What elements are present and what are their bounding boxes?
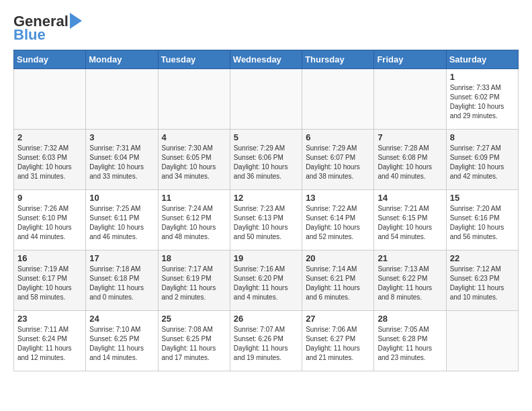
day-info: Sunrise: 7:23 AM Sunset: 6:13 PM Dayligh… [234, 204, 298, 242]
logo: General Blue [13, 13, 82, 43]
day-cell: 13Sunrise: 7:22 AM Sunset: 6:14 PM Dayli… [302, 190, 374, 250]
day-number: 3 [89, 132, 154, 142]
day-number: 28 [378, 314, 442, 324]
day-info: Sunrise: 7:30 AM Sunset: 6:05 PM Dayligh… [162, 144, 226, 181]
day-number: 4 [162, 132, 226, 142]
day-number: 10 [89, 193, 154, 203]
day-number: 11 [162, 193, 226, 203]
day-info: Sunrise: 7:32 AM Sunset: 6:03 PM Dayligh… [17, 144, 82, 181]
week-row-2: 9Sunrise: 7:26 AM Sunset: 6:10 PM Daylig… [14, 190, 519, 250]
day-cell: 3Sunrise: 7:31 AM Sunset: 6:04 PM Daylig… [86, 130, 158, 190]
week-row-4: 23Sunrise: 7:11 AM Sunset: 6:24 PM Dayli… [14, 311, 519, 371]
header-cell-monday: Monday [86, 50, 158, 69]
day-number: 17 [89, 253, 154, 263]
day-number: 26 [234, 314, 298, 324]
header-cell-saturday: Saturday [446, 50, 518, 69]
day-number: 13 [306, 193, 370, 203]
day-info: Sunrise: 7:21 AM Sunset: 6:15 PM Dayligh… [378, 204, 442, 242]
day-cell: 24Sunrise: 7:10 AM Sunset: 6:25 PM Dayli… [86, 311, 158, 371]
day-info: Sunrise: 7:06 AM Sunset: 6:27 PM Dayligh… [306, 325, 370, 363]
header-cell-tuesday: Tuesday [158, 50, 230, 69]
day-info: Sunrise: 7:11 AM Sunset: 6:24 PM Dayligh… [17, 325, 82, 363]
day-number: 12 [234, 193, 298, 203]
day-info: Sunrise: 7:27 AM Sunset: 6:09 PM Dayligh… [450, 144, 515, 181]
header-cell-friday: Friday [374, 50, 446, 69]
day-cell: 8Sunrise: 7:27 AM Sunset: 6:09 PM Daylig… [446, 130, 518, 190]
day-info: Sunrise: 7:29 AM Sunset: 6:06 PM Dayligh… [234, 144, 298, 181]
day-number: 22 [450, 253, 515, 263]
logo-text2: Blue [13, 27, 46, 43]
day-number: 24 [89, 314, 154, 324]
day-number: 15 [450, 193, 515, 203]
day-number: 6 [306, 132, 370, 142]
day-number: 14 [378, 193, 442, 203]
week-row-1: 2Sunrise: 7:32 AM Sunset: 6:03 PM Daylig… [14, 130, 519, 190]
calendar-body: 1Sunrise: 7:33 AM Sunset: 6:02 PM Daylig… [14, 69, 519, 371]
day-number: 25 [162, 314, 226, 324]
day-number: 18 [162, 253, 226, 263]
header-cell-sunday: Sunday [14, 50, 86, 69]
week-row-3: 16Sunrise: 7:19 AM Sunset: 6:17 PM Dayli… [14, 250, 519, 311]
day-info: Sunrise: 7:19 AM Sunset: 6:17 PM Dayligh… [17, 265, 82, 302]
day-cell [230, 69, 302, 130]
day-cell [86, 69, 158, 130]
day-info: Sunrise: 7:10 AM Sunset: 6:25 PM Dayligh… [89, 325, 154, 363]
logo-arrow-icon [70, 13, 82, 29]
day-info: Sunrise: 7:25 AM Sunset: 6:11 PM Dayligh… [89, 204, 154, 242]
day-info: Sunrise: 7:18 AM Sunset: 6:18 PM Dayligh… [89, 265, 154, 302]
day-cell: 4Sunrise: 7:30 AM Sunset: 6:05 PM Daylig… [158, 130, 230, 190]
day-cell: 22Sunrise: 7:12 AM Sunset: 6:23 PM Dayli… [446, 250, 518, 311]
day-info: Sunrise: 7:33 AM Sunset: 6:02 PM Dayligh… [450, 83, 515, 121]
day-cell: 19Sunrise: 7:16 AM Sunset: 6:20 PM Dayli… [230, 250, 302, 311]
day-number: 1 [450, 72, 515, 82]
day-number: 19 [234, 253, 298, 263]
day-number: 21 [378, 253, 442, 263]
day-info: Sunrise: 7:14 AM Sunset: 6:21 PM Dayligh… [306, 265, 370, 302]
day-info: Sunrise: 7:05 AM Sunset: 6:28 PM Dayligh… [378, 325, 442, 363]
day-info: Sunrise: 7:13 AM Sunset: 6:22 PM Dayligh… [378, 265, 442, 302]
day-info: Sunrise: 7:07 AM Sunset: 6:26 PM Dayligh… [234, 325, 298, 363]
day-number: 5 [234, 132, 298, 142]
day-info: Sunrise: 7:31 AM Sunset: 6:04 PM Dayligh… [89, 144, 154, 181]
day-cell: 1Sunrise: 7:33 AM Sunset: 6:02 PM Daylig… [446, 69, 518, 130]
day-info: Sunrise: 7:28 AM Sunset: 6:08 PM Dayligh… [378, 144, 442, 181]
day-cell: 26Sunrise: 7:07 AM Sunset: 6:26 PM Dayli… [230, 311, 302, 371]
day-cell: 7Sunrise: 7:28 AM Sunset: 6:08 PM Daylig… [374, 130, 446, 190]
day-info: Sunrise: 7:24 AM Sunset: 6:12 PM Dayligh… [162, 204, 226, 242]
day-info: Sunrise: 7:16 AM Sunset: 6:20 PM Dayligh… [234, 265, 298, 302]
day-cell: 14Sunrise: 7:21 AM Sunset: 6:15 PM Dayli… [374, 190, 446, 250]
day-cell: 27Sunrise: 7:06 AM Sunset: 6:27 PM Dayli… [302, 311, 374, 371]
day-cell [14, 69, 86, 130]
day-number: 16 [17, 253, 82, 263]
day-cell: 5Sunrise: 7:29 AM Sunset: 6:06 PM Daylig… [230, 130, 302, 190]
day-cell: 6Sunrise: 7:29 AM Sunset: 6:07 PM Daylig… [302, 130, 374, 190]
day-cell: 15Sunrise: 7:20 AM Sunset: 6:16 PM Dayli… [446, 190, 518, 250]
day-cell: 18Sunrise: 7:17 AM Sunset: 6:19 PM Dayli… [158, 250, 230, 311]
day-info: Sunrise: 7:26 AM Sunset: 6:10 PM Dayligh… [17, 204, 82, 242]
header-cell-thursday: Thursday [302, 50, 374, 69]
day-info: Sunrise: 7:20 AM Sunset: 6:16 PM Dayligh… [450, 204, 515, 242]
header-cell-wednesday: Wednesday [230, 50, 302, 69]
day-info: Sunrise: 7:29 AM Sunset: 6:07 PM Dayligh… [306, 144, 370, 181]
day-cell: 16Sunrise: 7:19 AM Sunset: 6:17 PM Dayli… [14, 250, 86, 311]
page-header: General Blue [13, 13, 519, 43]
day-cell: 25Sunrise: 7:08 AM Sunset: 6:25 PM Dayli… [158, 311, 230, 371]
day-cell: 10Sunrise: 7:25 AM Sunset: 6:11 PM Dayli… [86, 190, 158, 250]
day-info: Sunrise: 7:08 AM Sunset: 6:25 PM Dayligh… [162, 325, 226, 363]
day-number: 2 [17, 132, 82, 142]
day-cell: 2Sunrise: 7:32 AM Sunset: 6:03 PM Daylig… [14, 130, 86, 190]
day-number: 7 [378, 132, 442, 142]
day-cell: 23Sunrise: 7:11 AM Sunset: 6:24 PM Dayli… [14, 311, 86, 371]
day-cell: 28Sunrise: 7:05 AM Sunset: 6:28 PM Dayli… [374, 311, 446, 371]
day-info: Sunrise: 7:22 AM Sunset: 6:14 PM Dayligh… [306, 204, 370, 242]
day-cell: 17Sunrise: 7:18 AM Sunset: 6:18 PM Dayli… [86, 250, 158, 311]
day-number: 8 [450, 132, 515, 142]
day-number: 27 [306, 314, 370, 324]
calendar-header: SundayMondayTuesdayWednesdayThursdayFrid… [14, 50, 519, 69]
day-cell [158, 69, 230, 130]
day-cell: 21Sunrise: 7:13 AM Sunset: 6:22 PM Dayli… [374, 250, 446, 311]
day-cell [302, 69, 374, 130]
header-row: SundayMondayTuesdayWednesdayThursdayFrid… [14, 50, 519, 69]
day-number: 9 [17, 193, 82, 203]
day-info: Sunrise: 7:12 AM Sunset: 6:23 PM Dayligh… [450, 265, 515, 302]
